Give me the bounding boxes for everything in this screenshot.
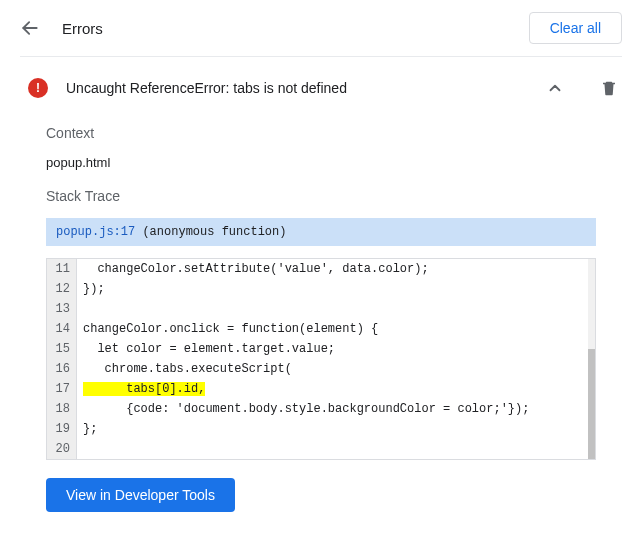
line-number: 15	[47, 339, 77, 359]
line-content: let color = element.target.value;	[77, 339, 595, 359]
line-content: {code: 'document.body.style.backgroundCo…	[77, 399, 595, 419]
line-content: };	[77, 419, 595, 439]
code-line: 18 {code: 'document.body.style.backgroun…	[47, 399, 595, 419]
clear-all-button[interactable]: Clear all	[529, 12, 622, 44]
line-number: 19	[47, 419, 77, 439]
line-number: 14	[47, 319, 77, 339]
back-arrow-icon[interactable]	[18, 16, 42, 40]
line-number: 12	[47, 279, 77, 299]
line-content: changeColor.onclick = function(element) …	[77, 319, 595, 339]
code-line: 20	[47, 439, 595, 459]
code-line: 13	[47, 299, 595, 319]
collapse-chevron-icon[interactable]	[542, 75, 568, 101]
error-message: Uncaught ReferenceError: tabs is not def…	[66, 80, 542, 96]
view-in-dev-tools-button[interactable]: View in Developer Tools	[46, 478, 235, 512]
page-title: Errors	[62, 20, 103, 37]
line-number: 13	[47, 299, 77, 319]
line-content	[77, 439, 595, 459]
code-line: 11 changeColor.setAttribute('value', dat…	[47, 259, 595, 279]
line-number: 18	[47, 399, 77, 419]
code-line: 16 chrome.tabs.executeScript(	[47, 359, 595, 379]
context-label: Context	[46, 125, 596, 141]
line-number: 17	[47, 379, 77, 399]
code-line: 12});	[47, 279, 595, 299]
header: Errors Clear all	[0, 0, 642, 56]
line-content: changeColor.setAttribute('value', data.c…	[77, 259, 595, 279]
line-number: 11	[47, 259, 77, 279]
error-icon: !	[28, 78, 48, 98]
stack-trace-label: Stack Trace	[46, 188, 596, 204]
code-scrollbar[interactable]	[588, 259, 595, 459]
line-content: chrome.tabs.executeScript(	[77, 359, 595, 379]
code-block: 11 changeColor.setAttribute('value', dat…	[46, 258, 596, 460]
stack-frame-location: popup.js:17	[56, 225, 135, 239]
stack-frame[interactable]: popup.js:17 (anonymous function)	[46, 218, 596, 246]
stack-frame-function: (anonymous function)	[135, 225, 286, 239]
line-content: });	[77, 279, 595, 299]
context-value: popup.html	[46, 155, 596, 170]
error-row: ! Uncaught ReferenceError: tabs is not d…	[0, 57, 642, 117]
code-line: 17 tabs[0].id,	[47, 379, 595, 399]
code-line: 15 let color = element.target.value;	[47, 339, 595, 359]
line-content: tabs[0].id,	[77, 379, 595, 399]
delete-icon[interactable]	[596, 75, 622, 101]
code-line: 14changeColor.onclick = function(element…	[47, 319, 595, 339]
code-scrollbar-thumb[interactable]	[588, 349, 595, 459]
line-content	[77, 299, 595, 319]
code-line: 19};	[47, 419, 595, 439]
line-number: 16	[47, 359, 77, 379]
line-number: 20	[47, 439, 77, 459]
